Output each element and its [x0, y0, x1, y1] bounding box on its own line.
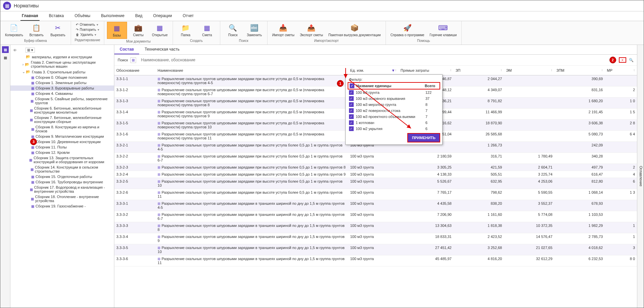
tab-0[interactable]: Состав	[114, 45, 139, 54]
filter-checkbox[interactable]: ✓	[349, 90, 354, 95]
search-go-icon[interactable]: 🔍	[629, 58, 634, 62]
ribbon-btn-Папка[interactable]: 📁Папка	[176, 22, 196, 38]
tree-node-13[interactable]: ▦Сборник 11. Полы	[10, 144, 114, 150]
tree-node-2[interactable]: ⌄📂Глава 3. Строительные работы	[10, 69, 114, 75]
expand-icon[interactable]: ⊞	[158, 180, 160, 183]
ribbon-btn-Копировать[interactable]: 📄Копировать	[3, 22, 25, 38]
filter-item-6[interactable]: ✓100 м2 укрытия6	[348, 126, 440, 132]
tree-node-20[interactable]: ▦Сборник 18. Отопление - внутренние устр…	[10, 194, 114, 203]
filter-item-5[interactable]: ✓1 котлован6	[348, 120, 440, 126]
expand-icon[interactable]: ⊞	[158, 246, 160, 250]
rail-view-1-icon[interactable]: ▦	[2, 46, 9, 53]
table-row[interactable]: 3.3-2-2⊞Разрыхление скальных грунтов шпу…	[114, 153, 637, 164]
col-header-4[interactable]: ЗП↕	[454, 66, 504, 75]
filter-checkbox[interactable]: ✓	[349, 102, 354, 107]
menu-item-4[interactable]: Вид	[134, 11, 144, 21]
tree-node-9[interactable]: ▦Сборник 7. Бетонные, железобетонные кон…	[10, 115, 114, 124]
table-row[interactable]: 3.3-2-5⊞Разрыхление скальных грунтов шпу…	[114, 178, 637, 189]
tree-node-16[interactable]: ▦Сборник 14. Конструкции в сельском стро…	[10, 165, 114, 174]
expand-icon[interactable]: ⊞	[158, 110, 160, 114]
tree-node-7[interactable]: ▦Сборник 5. Свайные работы, закрепление …	[10, 96, 114, 106]
filter-checkbox[interactable]: ✓	[349, 126, 354, 131]
ribbon-btn-Горячие клавиши[interactable]: ⌨Горячие клавиши	[428, 22, 459, 38]
expand-icon[interactable]: ⊞	[158, 121, 160, 125]
right-rail-toc[interactable]: Оглавление	[637, 45, 644, 308]
menu-item-6[interactable]: Отчет	[181, 11, 195, 21]
expand-icon[interactable]: ⊞	[158, 88, 160, 92]
tree-tool-icon[interactable]: ⊞ ▾	[25, 48, 35, 53]
tree-node-6[interactable]: ▦Сборник 4. Скважины	[10, 91, 114, 96]
expand-icon[interactable]: ⊞	[158, 257, 160, 261]
filter-item-4[interactable]: ✓100 м3 проектного объема выемки7	[348, 114, 440, 120]
filter-select-all-checkbox[interactable]: ✓	[350, 83, 354, 88]
tree-node-10[interactable]: ▦Сборник 8. Конструкции из кирпича и бло…	[10, 124, 114, 134]
search-clear-button[interactable]: ×	[619, 57, 626, 63]
table-row[interactable]: 3.3-3-4⊞Разрыхление скальных грунтов шпу…	[114, 233, 637, 244]
ribbon-btn-Сметы[interactable]: 💼Сметы	[128, 22, 149, 38]
expand-icon[interactable]: ⊞	[158, 191, 160, 194]
ribbon-small-Удалить[interactable]: 🗑Удалить ▾	[75, 33, 100, 37]
filter-item-1[interactable]: ✓100 м3 основного взрывания37	[348, 96, 440, 102]
tree-node-11[interactable]: ▦Сборник 9. Металлические конструкции	[10, 134, 114, 139]
tree-node-3[interactable]: ▦Сборник 0. Общие положения	[10, 75, 114, 80]
col-header-0[interactable]: Обоснование	[114, 66, 156, 75]
table-row[interactable]: 3.3-3-1⊞Разрыхление скальных грунтов шпу…	[114, 200, 637, 211]
ribbon-btn-Вставить[interactable]: 📋Вставить	[26, 22, 47, 38]
expand-icon[interactable]: ⊞	[158, 155, 160, 158]
menu-item-0[interactable]: Главная	[20, 11, 40, 21]
ribbon-btn-Вырезать[interactable]: ✂Вырезать	[48, 22, 68, 38]
table-row[interactable]: 3.3-3-2⊞Разрыхление скальных грунтов шпу…	[114, 211, 637, 222]
rail-view-2-icon[interactable]: ▦	[2, 54, 9, 61]
menu-item-1[interactable]: Вставка	[48, 11, 65, 21]
table-row[interactable]: 3.3-2-4⊞Разрыхление скальных грунтов шпу…	[114, 171, 637, 178]
tree-node-0[interactable]: 📂материалы, изделия и конструкции	[10, 54, 114, 60]
filter-apply-button[interactable]: ПРИМЕНИТЬ	[407, 133, 440, 142]
expand-icon[interactable]: ⊞	[158, 132, 160, 136]
expand-icon[interactable]: ⊞	[158, 77, 160, 81]
ribbon-btn-Импорт сметы[interactable]: 📥Импорт сметы	[270, 22, 297, 38]
search-input[interactable]	[139, 57, 606, 63]
table-row[interactable]: 3.3-3-3⊞Разрыхление скальных грунтов шпу…	[114, 222, 637, 233]
tree-node-1[interactable]: ›📂Глава 2. Сметные цены эксплуатации стр…	[10, 60, 114, 69]
col-header-6[interactable]: ЗПМ↕	[554, 66, 605, 75]
menu-item-2[interactable]: Объёмы	[73, 11, 92, 21]
tree-node-17[interactable]: ▦Сборник 15. Отделочные работы	[10, 174, 114, 179]
tree-node-21[interactable]: ▦Сборник 19. Газоснабжение -	[10, 203, 114, 209]
table-row[interactable]: 3.3-2-6⊞Разрыхление скальных грунтов шпу…	[114, 189, 637, 200]
table-row[interactable]: 3.3-3-6⊞Разрыхление скальных грунтов шпу…	[114, 255, 637, 266]
expand-icon[interactable]: ⊞	[158, 173, 160, 176]
tree-node-18[interactable]: ▦Сборник 16. Трубопроводы внутренние	[10, 179, 114, 185]
search-mode-icon[interactable]: ⊞	[130, 57, 136, 63]
ribbon-btn-Пакетная выгрузка документации[interactable]: 📦Пакетная выгрузка документации	[327, 22, 383, 38]
filter-item-2[interactable]: ✓100 м3 мерзлого грунта8	[348, 102, 440, 108]
ribbon-btn-Экспорт сметы[interactable]: 📤Экспорт сметы	[298, 22, 325, 38]
filter-header-row[interactable]: ✓ Название единицы Всего	[348, 82, 440, 89]
expand-icon[interactable]: ⊞	[158, 235, 160, 239]
tree-node-12[interactable]: ▦Сборник 10. Деревянные конструкции	[10, 139, 114, 144]
ribbon-btn-Смета[interactable]: ▦Смета	[197, 22, 217, 38]
ribbon-small-Повторить[interactable]: ↷Повторить ▾	[75, 27, 100, 32]
ribbon-btn-Открытые[interactable]: ▦Открытые	[150, 22, 170, 38]
ribbon-btn-Базы[interactable]: ▦Базы	[107, 22, 127, 39]
expand-icon[interactable]: ⊞	[158, 143, 160, 147]
expand-icon[interactable]: ⊞	[158, 213, 160, 217]
expand-icon[interactable]: ⊞	[158, 99, 160, 103]
tree-node-4[interactable]: ▦Сборник 1. Земляные работы	[10, 80, 114, 85]
ribbon-small-Отменить[interactable]: ↶Отменить ▾	[75, 22, 100, 27]
menu-item-3[interactable]: Выполнение	[100, 11, 126, 21]
expand-icon[interactable]: ⊞	[158, 166, 160, 169]
expand-icon[interactable]: ⊞	[158, 202, 160, 205]
table-row[interactable]: 3.3-2-3⊞Разрыхление скальных грунтов шпу…	[114, 164, 637, 171]
filter-checkbox[interactable]: ✓	[349, 120, 354, 125]
filter-checkbox[interactable]: ✓	[349, 108, 354, 113]
ribbon-btn-Заменить[interactable]: 🔤Заменить	[244, 22, 265, 38]
filter-item-3[interactable]: ✓100 м2 поверхности стока7	[348, 108, 440, 114]
tab-1[interactable]: Техническая часть	[139, 45, 185, 54]
col-header-2[interactable]: Ед. изм.↕▼	[348, 66, 398, 75]
filter-checkbox[interactable]: ✓	[349, 96, 354, 101]
tree-node-8[interactable]: ▦Сборник 6. Бетонные, железобетонные кон…	[10, 106, 114, 115]
col-header-5[interactable]: ЭМ↕	[504, 66, 554, 75]
table-row[interactable]: 3.3-3-5⊞Разрыхление скальных грунтов шпу…	[114, 244, 637, 255]
col-header-3[interactable]: Прямые затраты↕	[399, 66, 454, 75]
menu-item-5[interactable]: Операции	[152, 11, 173, 21]
